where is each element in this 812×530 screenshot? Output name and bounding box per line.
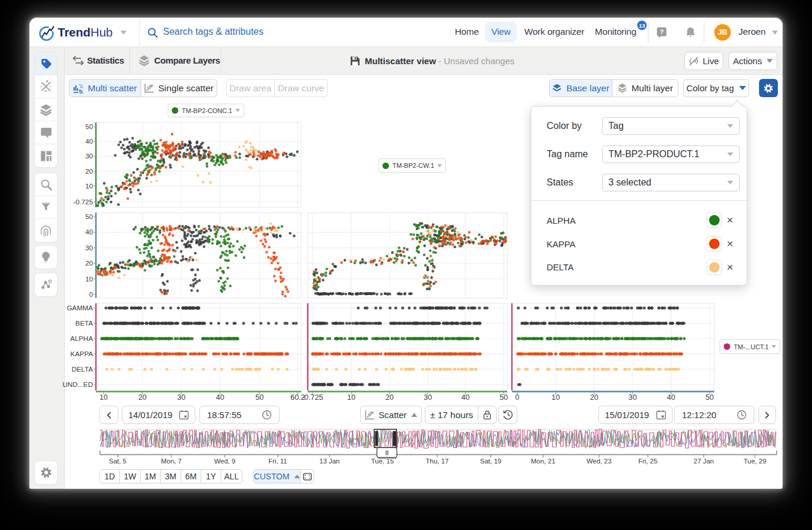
svg-text:20: 20 (85, 167, 94, 175)
svg-text:Sat, 19: Sat, 19 (480, 458, 501, 465)
svg-text:30: 30 (424, 393, 432, 402)
svg-text:10: 10 (551, 393, 560, 402)
svg-text:UND...ED: UND...ED (62, 380, 93, 389)
svg-text:10: 10 (85, 182, 94, 190)
svg-text:50: 50 (705, 393, 714, 402)
svg-text:10: 10 (99, 393, 108, 402)
svg-text:40: 40 (461, 393, 470, 402)
svg-text:Fri, 25: Fri, 25 (638, 458, 658, 465)
svg-text:?: ? (660, 28, 664, 35)
svg-text:II: II (385, 450, 389, 456)
svg-text:GAMMA: GAMMA (66, 304, 93, 312)
svg-text:30: 30 (85, 152, 94, 160)
svg-text:Wed, 23: Wed, 23 (587, 458, 612, 465)
svg-text:Fri, 11: Fri, 11 (268, 458, 287, 465)
svg-text:30: 30 (628, 393, 637, 402)
svg-text:Thu, 17: Thu, 17 (426, 458, 449, 465)
svg-text:Wed, 9: Wed, 9 (214, 458, 235, 465)
svg-text:20: 20 (138, 393, 147, 402)
svg-text:50: 50 (255, 393, 264, 402)
svg-text:40: 40 (667, 393, 675, 402)
svg-text:13 Jan: 13 Jan (320, 458, 340, 465)
svg-text:50: 50 (500, 393, 508, 402)
svg-text:10: 10 (85, 275, 94, 283)
svg-text:DELTA: DELTA (72, 365, 93, 373)
svg-text:20: 20 (385, 393, 394, 402)
svg-text:Sat, 5: Sat, 5 (109, 458, 127, 465)
svg-text:Tue, 29: Tue, 29 (744, 458, 767, 465)
svg-text:-0.725: -0.725 (302, 393, 323, 402)
svg-text:Tue, 15: Tue, 15 (371, 458, 394, 465)
svg-text:60.2: 60.2 (291, 393, 305, 402)
svg-text:ALPHA: ALPHA (70, 334, 93, 343)
svg-text:0: 0 (515, 393, 519, 402)
svg-text:20: 20 (590, 393, 598, 402)
svg-text:20: 20 (85, 259, 94, 267)
svg-text:10: 10 (347, 393, 355, 402)
svg-text:KAPPA: KAPPA (71, 350, 94, 358)
svg-text:50: 50 (85, 213, 94, 221)
svg-text:40: 40 (85, 228, 94, 236)
svg-text:30: 30 (85, 244, 94, 252)
svg-text:40: 40 (85, 137, 94, 145)
svg-text:30: 30 (177, 393, 185, 402)
svg-text:50: 50 (85, 122, 94, 131)
svg-text:-0.725: -0.725 (74, 198, 94, 206)
svg-text:BETA: BETA (75, 319, 93, 327)
svg-text:40: 40 (216, 393, 224, 402)
svg-text:Mon, 21: Mon, 21 (531, 458, 555, 465)
svg-text:27 Jan: 27 Jan (694, 458, 714, 465)
svg-text:0: 0 (89, 290, 93, 299)
svg-text:Mon, 7: Mon, 7 (161, 458, 181, 465)
